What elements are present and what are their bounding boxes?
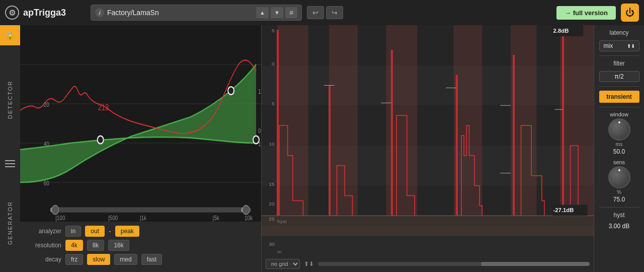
- res-4k-button[interactable]: 4k: [65, 240, 83, 251]
- res-16k-button[interactable]: 16k: [108, 240, 129, 251]
- in-button[interactable]: in: [65, 226, 81, 237]
- detector-label: DETECTOR: [0, 45, 20, 154]
- svg-rect-28: [262, 105, 594, 146]
- lock-button[interactable]: 🔒: [0, 25, 20, 45]
- svg-point-5: [98, 136, 104, 144]
- svg-rect-37: [560, 25, 594, 216]
- svg-rect-26: [262, 25, 594, 65]
- window-unit: ms: [616, 142, 622, 147]
- divider-2: [599, 86, 639, 87]
- header: ⚙ apTrigga3 i Factory/LamaSn ▲ ▼ ≡ ↩ ↪ →…: [0, 0, 644, 25]
- svg-text:40: 40: [44, 141, 49, 147]
- svg-text:0: 0: [272, 61, 275, 66]
- filter-value-box[interactable]: π/2: [599, 71, 639, 82]
- window-knob[interactable]: [608, 118, 630, 141]
- window-knob-dot: [618, 121, 620, 123]
- decay-label: decay: [26, 256, 61, 263]
- mix-label: mix: [604, 42, 613, 49]
- svg-text:10: 10: [258, 141, 261, 147]
- peak-button[interactable]: peak: [115, 226, 139, 237]
- preset-down-button[interactable]: ▼: [271, 7, 283, 18]
- svg-text:20: 20: [44, 101, 49, 108]
- svg-text:25: 25: [269, 216, 275, 222]
- power-button[interactable]: ⏻: [621, 4, 639, 22]
- svg-text:20: 20: [269, 201, 275, 207]
- svg-rect-20: [50, 207, 251, 212]
- svg-rect-34: [386, 25, 418, 216]
- trigger-bottom: no grid ⬆⬇: [262, 256, 594, 272]
- res-8k-button[interactable]: 8k: [87, 240, 105, 251]
- decay-slow-button[interactable]: slow: [87, 254, 110, 265]
- full-version-button[interactable]: → full version: [556, 6, 616, 20]
- svg-text:hyst: hyst: [277, 219, 287, 224]
- svg-text:|5k: |5k: [213, 215, 219, 221]
- svg-text:m: m: [277, 249, 282, 254]
- gear-icon[interactable]: ⚙: [5, 6, 19, 20]
- resolution-label: resolution: [26, 242, 61, 249]
- analyzer-svg: 213 20 40 60 10 0 10 |100 |500 |1k: [20, 25, 261, 222]
- svg-rect-38: [262, 216, 594, 236]
- analyzer-panel: 🔊 20dB: [20, 25, 262, 272]
- trigger-scrollbar[interactable]: [318, 262, 590, 266]
- app-title-text: apTrigga3: [23, 8, 66, 18]
- svg-text:5: 5: [272, 101, 275, 106]
- trigger-graph: 5 0 5 10 15 20 25 30 hyst m 2.8dB: [262, 25, 594, 256]
- svg-text:-27.1dB: -27.1dB: [553, 208, 574, 214]
- analyzer-graph: 🔊 20dB: [20, 25, 261, 222]
- preset-nav-buttons: ▲ ▼ ≡: [256, 7, 297, 18]
- svg-rect-27: [262, 65, 594, 106]
- undo-redo: ↩ ↪: [307, 6, 343, 19]
- resolution-row: resolution 4k 8k 16k: [26, 240, 255, 251]
- lock-icon: 🔒: [5, 31, 15, 40]
- trigger-panel: 5 0 5 10 15 20 25 30 hyst m 2.8dB: [262, 25, 594, 272]
- right-sidebar: latency mix ⬆⬇ filter π/2 transient wind…: [594, 25, 644, 272]
- main-content: 🔒 DETECTOR GENERATOR 🔊 20dB: [0, 25, 644, 272]
- svg-rect-35: [454, 25, 482, 216]
- decay-frz-button[interactable]: frz: [65, 254, 83, 265]
- sens-knob-label: sens: [613, 159, 625, 165]
- svg-text:15: 15: [269, 181, 275, 187]
- sens-knob-container: sens % 75.0: [608, 159, 630, 203]
- undo-button[interactable]: ↩: [307, 6, 324, 19]
- divider-3: [599, 107, 639, 107]
- hamburger-line-1: [5, 160, 15, 161]
- svg-rect-29: [262, 146, 594, 186]
- transient-button[interactable]: transient: [599, 91, 639, 103]
- info-icon: i: [95, 8, 104, 17]
- analyzer-row: analyzer in out - peak: [26, 226, 255, 237]
- svg-text:2.8dB: 2.8dB: [553, 28, 569, 34]
- svg-text:10k: 10k: [245, 215, 253, 221]
- svg-text:60: 60: [44, 180, 49, 186]
- decay-fast-button[interactable]: fast: [141, 254, 162, 265]
- svg-text:|500: |500: [108, 215, 118, 221]
- svg-point-23: [52, 206, 59, 215]
- grid-select[interactable]: no grid: [266, 259, 300, 269]
- svg-text:|1k: |1k: [140, 215, 146, 221]
- latency-label: latency: [609, 29, 628, 36]
- decay-med-button[interactable]: med: [114, 254, 137, 265]
- decay-row: decay frz slow med fast: [26, 254, 255, 265]
- redo-button[interactable]: ↪: [326, 6, 343, 19]
- hamburger-icon[interactable]: [0, 154, 20, 174]
- svg-point-24: [243, 206, 250, 215]
- sens-knob[interactable]: [608, 166, 630, 188]
- svg-text:10: 10: [269, 141, 275, 147]
- svg-text:10: 10: [258, 88, 261, 95]
- svg-point-6: [228, 87, 234, 95]
- sens-unit: %: [617, 189, 621, 195]
- trigger-svg: 5 0 5 10 15 20 25 30 hyst m 2.8dB: [262, 25, 594, 256]
- left-sidebar: 🔒 DETECTOR GENERATOR: [0, 25, 20, 272]
- preset-menu-button[interactable]: ≡: [285, 7, 297, 18]
- scrollbar-thumb[interactable]: [481, 262, 590, 266]
- hamburger-line-2: [5, 163, 15, 164]
- svg-text:213: 213: [98, 102, 109, 112]
- dash-button[interactable]: -: [109, 227, 111, 235]
- preset-up-button[interactable]: ▲: [256, 7, 269, 18]
- out-button[interactable]: out: [85, 226, 105, 237]
- hamburger-line-3: [5, 166, 15, 167]
- power-icon: ⏻: [625, 8, 634, 18]
- svg-rect-33: [329, 25, 358, 216]
- mix-value-box[interactable]: mix ⬆⬇: [599, 40, 639, 51]
- hyst-value: 3.00 dB: [609, 223, 629, 230]
- analyzer-label: analyzer: [26, 228, 61, 235]
